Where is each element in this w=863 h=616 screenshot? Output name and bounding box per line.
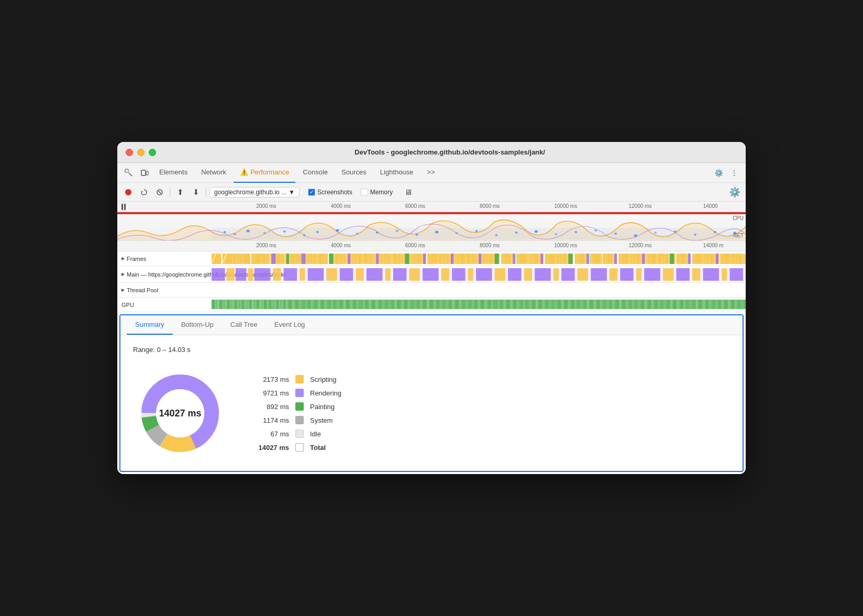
svg-point-26 [535, 230, 538, 233]
expand-main-icon[interactable]: ▶ [121, 272, 125, 277]
svg-rect-106 [308, 268, 324, 281]
tab-sources[interactable]: Sources [335, 163, 373, 183]
tab-network[interactable]: Network [195, 163, 233, 183]
svg-rect-132 [676, 268, 690, 281]
close-button[interactable] [126, 149, 133, 156]
svg-rect-102 [255, 268, 271, 281]
tab-event-log[interactable]: Event Log [266, 315, 314, 335]
svg-rect-127 [610, 268, 617, 281]
ruler-mark-2000: 2000 ms [256, 203, 276, 209]
donut-chart: 14027 ms [133, 366, 227, 460]
svg-rect-48 [291, 254, 300, 264]
svg-line-1 [129, 173, 132, 176]
svg-rect-61 [411, 254, 421, 264]
painting-value: 892 ms [252, 403, 289, 411]
svg-rect-116 [452, 268, 466, 281]
track-label-frames: ▶ Frames [117, 256, 212, 262]
settings-icon[interactable]: ⚙️ [711, 166, 726, 180]
performance-settings-icon[interactable]: ⚙️ [728, 185, 742, 199]
svg-rect-40 [244, 254, 250, 264]
maximize-button[interactable] [149, 149, 156, 156]
svg-point-31 [634, 235, 637, 237]
svg-rect-105 [300, 268, 305, 281]
svg-rect-75 [540, 254, 543, 264]
ruler-mark-4000: 4000 ms [331, 203, 351, 209]
svg-rect-55 [352, 254, 361, 264]
frames-svg [212, 254, 746, 264]
download-button[interactable]: ⬇ [189, 185, 203, 199]
legend-row-total: 14027 ms Total [252, 443, 341, 452]
track-content-thread-pool [212, 283, 746, 297]
svg-point-16 [336, 229, 339, 232]
tab-elements[interactable]: Elements [153, 163, 194, 183]
tab-call-tree[interactable]: Call Tree [222, 315, 266, 335]
svg-rect-112 [393, 268, 407, 281]
minimize-button[interactable] [137, 149, 145, 156]
tab-bottom-up[interactable]: Bottom-Up [173, 315, 222, 335]
svg-rect-123 [554, 268, 559, 281]
legend-row-scripting: 2173 ms Scripting [252, 375, 341, 383]
svg-rect-117 [468, 268, 473, 281]
svg-rect-126 [591, 268, 607, 281]
main-svg [212, 268, 746, 281]
svg-rect-82 [603, 254, 612, 264]
svg-rect-115 [441, 268, 449, 281]
svg-rect-88 [658, 254, 668, 264]
svg-rect-104 [284, 268, 297, 281]
clear-button[interactable] [153, 185, 167, 199]
tab-lighthouse[interactable]: Lighthouse [374, 163, 420, 183]
tab-summary[interactable]: Summary [127, 315, 173, 335]
svg-rect-2 [141, 170, 146, 175]
svg-rect-56 [364, 254, 373, 264]
svg-rect-53 [336, 254, 345, 264]
screenshots-checkbox[interactable]: ✓ Screenshots [308, 189, 352, 196]
svg-rect-143 [231, 300, 233, 309]
expand-thread-pool-icon[interactable]: ▶ [121, 288, 125, 292]
svg-rect-8 [212, 228, 742, 239]
svg-rect-135 [722, 268, 727, 281]
svg-rect-69 [483, 254, 492, 264]
svg-rect-154 [272, 300, 274, 309]
more-options-icon[interactable]: ⋮ [727, 166, 742, 180]
reload-record-button[interactable] [137, 185, 151, 199]
url-filter[interactable]: googlechrome.github.io ... ▼ [209, 187, 300, 197]
svg-rect-84 [618, 254, 628, 264]
track-label-gpu: GPU [117, 302, 212, 308]
svg-point-12 [263, 232, 266, 234]
pause-timeline-icon[interactable] [121, 204, 126, 210]
legend-row-system: 1174 ms System [252, 416, 341, 424]
record-button[interactable] [121, 185, 135, 199]
tab-more[interactable]: >> [421, 163, 441, 183]
svg-rect-54 [348, 254, 350, 264]
device-toggle-icon[interactable] [137, 166, 152, 180]
summary-panel: Range: 0 – 14.03 s [120, 335, 743, 471]
expand-frames-icon[interactable]: ▶ [121, 256, 125, 261]
svg-point-20 [416, 234, 418, 236]
memory-checkbox[interactable]: Memory [361, 189, 393, 196]
gpu-svg [212, 300, 746, 309]
svg-rect-140 [219, 300, 222, 309]
legend-row-painting: 892 ms Painting [252, 402, 341, 411]
svg-point-35 [714, 231, 716, 233]
svg-rect-98 [212, 268, 225, 281]
svg-rect-45 [271, 254, 275, 264]
svg-rect-128 [620, 268, 634, 281]
svg-rect-155 [275, 300, 279, 309]
svg-rect-78 [568, 254, 572, 264]
system-value: 1174 ms [252, 416, 289, 424]
svg-rect-134 [703, 268, 719, 281]
capture-settings-icon[interactable]: 🖥 [401, 185, 415, 199]
donut-center-label: 14027 ms [159, 408, 201, 419]
svg-rect-133 [692, 268, 700, 281]
window-title: DevTools - googlechrome.github.io/devtoo… [162, 148, 737, 156]
inspect-icon[interactable] [121, 166, 136, 180]
svg-point-4 [125, 189, 131, 195]
system-swatch [295, 416, 304, 424]
upload-button[interactable]: ⬆ [173, 185, 187, 199]
track-row-main: ▶ Main — https://googlechrome.github.io/… [117, 266, 746, 283]
svg-rect-129 [636, 268, 641, 281]
tab-performance[interactable]: ⚠️ Performance [234, 163, 295, 183]
tab-console[interactable]: Console [296, 163, 334, 183]
svg-point-32 [654, 232, 657, 234]
svg-rect-62 [423, 254, 426, 264]
